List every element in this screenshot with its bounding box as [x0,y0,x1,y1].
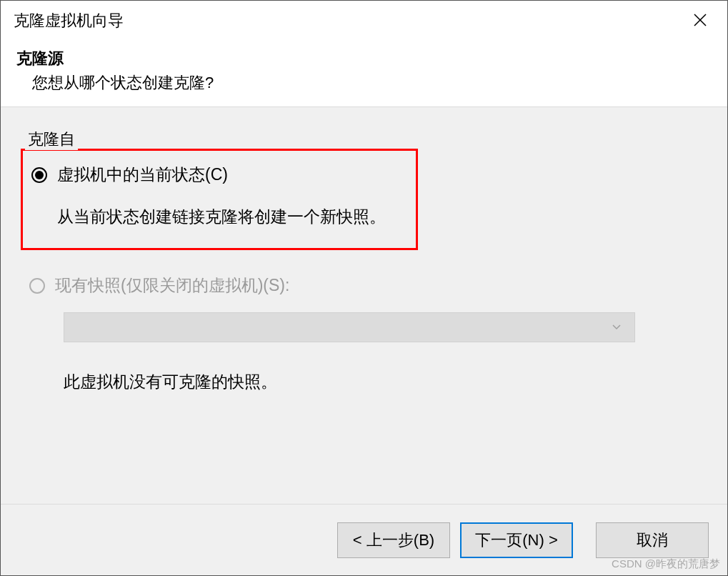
back-button[interactable]: < 上一步(B) [337,522,450,558]
radio-icon [29,278,45,294]
group-legend: 克隆自 [25,129,78,150]
radio-current-state[interactable]: 虚拟机中的当前状态(C) [31,164,403,186]
radio-current-state-label: 虚拟机中的当前状态(C) [57,164,228,186]
button-bar: < 上一步(B) 下一页(N) > 取消 [1,504,727,575]
radio-existing-snapshot: 现有快照(仅限关闭的虚拟机)(S): [29,274,707,297]
next-button[interactable]: 下一页(N) > [460,522,573,558]
wizard-header: 克隆源 您想从哪个状态创建克隆? [1,41,727,107]
snapshot-dropdown [64,312,635,342]
wizard-step-subtitle: 您想从哪个状态创建克隆? [32,72,712,94]
titlebar: 克隆虚拟机向导 [1,1,727,41]
cancel-button[interactable]: 取消 [596,522,709,558]
cancel-button-label: 取消 [637,530,668,551]
clone-wizard-dialog: 克隆虚拟机向导 克隆源 您想从哪个状态创建克隆? 克隆自 虚拟机中的当前状态(C… [0,0,728,576]
radio-existing-snapshot-container: 现有快照(仅限关闭的虚拟机)(S): 此虚拟机没有可克隆的快照。 [21,274,707,393]
chevron-down-icon [612,322,622,333]
clone-from-group: 克隆自 虚拟机中的当前状态(C) 从当前状态创建链接克隆将创建一个新快照。 现有… [21,129,707,393]
radio-existing-snapshot-label: 现有快照(仅限关闭的虚拟机)(S): [55,274,289,297]
wizard-step-title: 克隆源 [16,48,712,69]
back-button-label: < 上一步(B) [353,530,434,551]
content-area: 克隆自 虚拟机中的当前状态(C) 从当前状态创建链接克隆将创建一个新快照。 现有… [1,107,727,504]
no-snapshot-message: 此虚拟机没有可克隆的快照。 [64,371,707,393]
radio-current-state-desc: 从当前状态创建链接克隆将创建一个新快照。 [57,206,403,228]
window-title: 克隆虚拟机向导 [14,10,124,31]
highlighted-option: 虚拟机中的当前状态(C) 从当前状态创建链接克隆将创建一个新快照。 [21,149,418,250]
next-button-label: 下一页(N) > [475,530,558,551]
radio-icon [31,167,47,183]
close-icon[interactable] [686,8,714,34]
